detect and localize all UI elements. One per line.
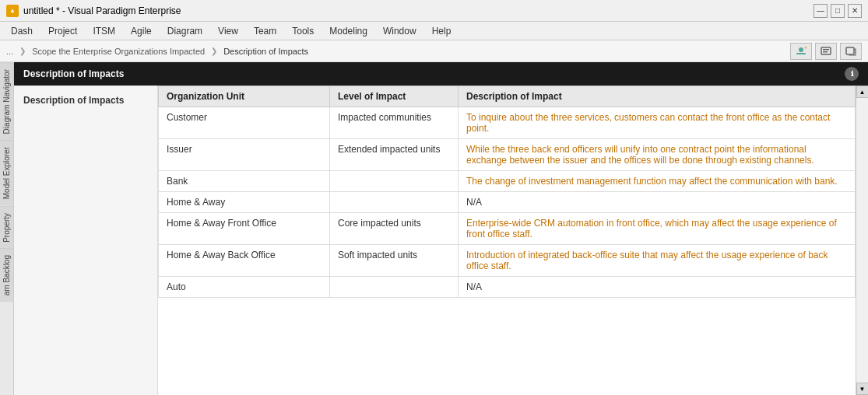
cell-desc: Introduction of integrated back-office s… [459, 245, 856, 277]
cell-level: Core impacted units [330, 213, 459, 245]
table-row: Home & AwayN/A [159, 192, 856, 213]
inner-layout: Description of Impacts Organization Unit… [14, 86, 868, 395]
left-label-panel: Description of Impacts [14, 86, 158, 395]
svg-rect-6 [846, 47, 854, 54]
window-title: untitled * - Visual Paradigm Enterprise [23, 5, 181, 16]
svg-rect-3 [821, 47, 831, 54]
menu-item-tools[interactable]: Tools [284, 22, 322, 40]
cell-desc: Enterprise-wide CRM automation in front … [459, 213, 856, 245]
cell-level: Soft impacted units [330, 245, 459, 277]
cell-level: Impacted communities [330, 107, 459, 139]
table-header-row: Organization Unit Level of Impact Descri… [159, 86, 856, 107]
menu-item-dash[interactable]: Dash [3, 22, 40, 40]
col-header-level: Level of Impact [330, 86, 459, 107]
cell-level [330, 171, 459, 192]
table-area[interactable]: Organization Unit Level of Impact Descri… [158, 86, 856, 395]
svg-point-0 [799, 47, 803, 52]
cell-desc: N/A [459, 277, 856, 298]
cell-org: Home & Away Back Office [159, 245, 330, 277]
menu-item-view[interactable]: View [210, 22, 246, 40]
panel-title: Description of Impacts [23, 68, 124, 79]
menu-item-itsm[interactable]: ITSM [85, 22, 123, 40]
cell-desc: N/A [459, 192, 856, 213]
cell-org: Bank [159, 171, 330, 192]
table-row: AutoN/A [159, 277, 856, 298]
table-row: BankThe change of investment management … [159, 171, 856, 192]
left-label: Description of Impacts [23, 95, 124, 106]
cell-org: Issuer [159, 139, 330, 171]
cell-org: Home & Away [159, 192, 330, 213]
breadcrumb-dots[interactable]: ... [6, 47, 13, 56]
minimize-button[interactable]: — [814, 4, 828, 18]
left-tabs: Diagram Navigator Model Explorer Propert… [0, 62, 14, 395]
table-row: CustomerImpacted communitiesTo inquire a… [159, 107, 856, 139]
breadcrumb-actions: + [790, 43, 862, 60]
breadcrumb: ... ❯ Scope the Enterprise Organizations… [6, 46, 311, 57]
menu-item-help[interactable]: Help [424, 22, 459, 40]
cell-org: Auto [159, 277, 330, 298]
cell-desc: The change of investment management func… [459, 171, 856, 192]
action-btn-3[interactable] [840, 43, 862, 60]
breadcrumb-item-2[interactable]: Description of Impacts [220, 46, 311, 57]
panel-info-icon[interactable]: ℹ [845, 67, 859, 81]
tab-backlog[interactable]: am Backlog [0, 248, 13, 302]
cell-level: Extended impacted units [330, 139, 459, 171]
scroll-up-arrow[interactable]: ▲ [856, 86, 869, 98]
table-row: IssuerExtended impacted unitsWhile the t… [159, 139, 856, 171]
maximize-button[interactable]: □ [831, 4, 845, 18]
action-btn-2[interactable] [815, 43, 837, 60]
tab-diagram-navigator[interactable]: Diagram Navigator [0, 62, 13, 140]
table-row: Home & Away Front OfficeCore impacted un… [159, 213, 856, 245]
col-header-desc: Description of Impact [459, 86, 856, 107]
app-icon: ▲ [6, 5, 19, 17]
action-btn-1[interactable]: + [790, 43, 812, 60]
menu-item-modeling[interactable]: Modeling [322, 22, 375, 40]
window-controls: — □ ✕ [814, 4, 862, 18]
menu-bar: DashProjectITSMAgileDiagramViewTeamTools… [0, 22, 868, 40]
menu-item-project[interactable]: Project [40, 22, 85, 40]
cell-level [330, 192, 459, 213]
menu-item-window[interactable]: Window [375, 22, 424, 40]
content-area: Description of Impacts ℹ Description of … [14, 62, 868, 395]
cell-org: Customer [159, 107, 330, 139]
breadcrumb-bar: ... ❯ Scope the Enterprise Organizations… [0, 40, 868, 62]
menu-item-team[interactable]: Team [246, 22, 284, 40]
table-row: Home & Away Back OfficeSoft impacted uni… [159, 245, 856, 277]
breadcrumb-sep-1: ❯ [19, 47, 26, 55]
cell-org: Home & Away Front Office [159, 213, 330, 245]
panel-header: Description of Impacts ℹ [14, 62, 868, 86]
menu-item-diagram[interactable]: Diagram [160, 22, 210, 40]
cell-desc: While the three back end officers will u… [459, 139, 856, 171]
cell-desc: To inquire about the three services, cus… [459, 107, 856, 139]
right-scrollbar[interactable]: ▲ ▼ [856, 86, 868, 395]
scroll-down-arrow[interactable]: ▼ [856, 383, 869, 395]
impacts-table: Organization Unit Level of Impact Descri… [158, 86, 856, 298]
tab-model-explorer[interactable]: Model Explorer [0, 140, 13, 205]
cell-level [330, 277, 459, 298]
close-button[interactable]: ✕ [848, 4, 862, 18]
svg-rect-4 [823, 49, 829, 51]
tab-property[interactable]: Property [0, 206, 13, 249]
menu-item-agile[interactable]: Agile [123, 22, 160, 40]
breadcrumb-item-1[interactable]: Scope the Enterprise Organizations Impac… [29, 46, 208, 57]
title-bar: ▲ untitled * - Visual Paradigm Enterpris… [0, 0, 868, 22]
main-layout: Diagram Navigator Model Explorer Propert… [0, 62, 868, 395]
col-header-org: Organization Unit [159, 86, 330, 107]
svg-rect-5 [823, 51, 828, 53]
svg-text:+: + [804, 46, 807, 51]
breadcrumb-sep-2: ❯ [211, 47, 217, 55]
svg-rect-2 [796, 53, 806, 54]
scroll-track [856, 98, 868, 383]
